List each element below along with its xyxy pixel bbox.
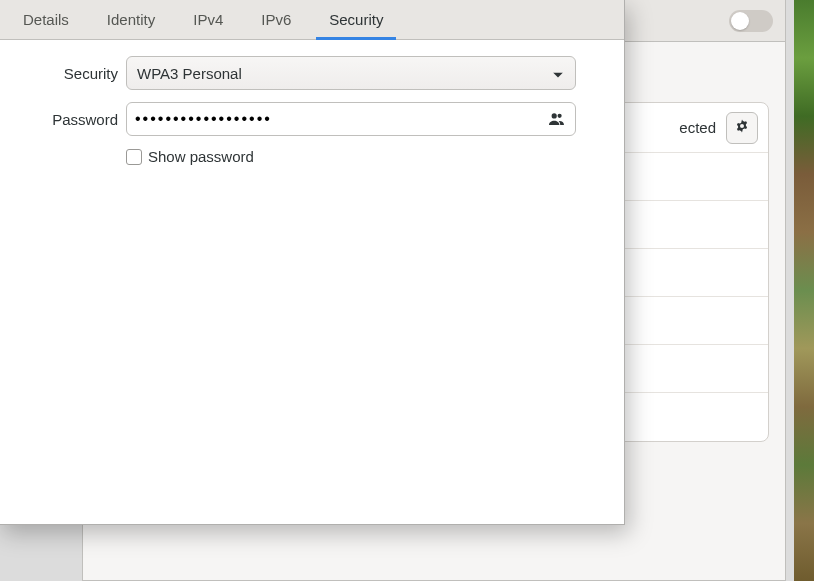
password-input-wrapper [126, 102, 576, 136]
gear-icon [734, 118, 750, 137]
show-password-row: Show password [126, 148, 576, 165]
security-type-row: Security WPA3 Personal [48, 56, 576, 90]
connection-settings-dialog: Details Identity IPv4 IPv6 Security Secu… [0, 0, 625, 525]
tab-details[interactable]: Details [4, 0, 88, 39]
users-icon[interactable] [547, 112, 567, 126]
tab-ipv6[interactable]: IPv6 [242, 0, 310, 39]
tabbar: Details Identity IPv4 IPv6 Security [0, 0, 624, 40]
password-label: Password [48, 111, 118, 128]
show-password-label: Show password [148, 148, 254, 165]
password-input[interactable] [135, 110, 547, 128]
desktop-wallpaper-edge [794, 0, 814, 581]
tab-identity[interactable]: Identity [88, 0, 174, 39]
security-type-combobox[interactable]: WPA3 Personal [126, 56, 576, 90]
security-type-value: WPA3 Personal [137, 65, 242, 82]
password-row: Password [48, 102, 576, 136]
tab-ipv4[interactable]: IPv4 [174, 0, 242, 39]
network-status-label: ected [679, 119, 716, 136]
security-tab-panel: Security WPA3 Personal Password [0, 40, 624, 165]
chevron-down-icon [553, 65, 563, 82]
network-settings-button[interactable] [726, 112, 758, 144]
tab-security[interactable]: Security [310, 0, 402, 39]
security-type-label: Security [48, 65, 118, 82]
show-password-checkbox[interactable] [126, 149, 142, 165]
wifi-toggle-switch[interactable] [729, 10, 773, 32]
